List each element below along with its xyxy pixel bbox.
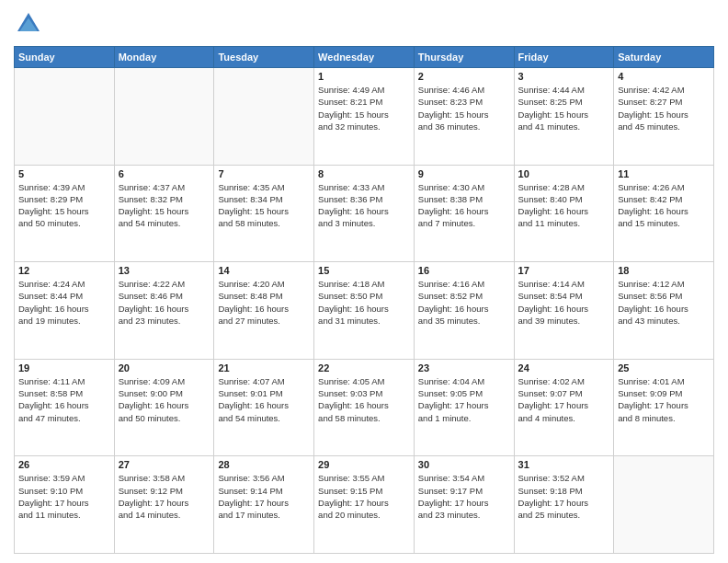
day-info: Sunrise: 4:04 AM Sunset: 9:05 PM Dayligh… [418, 375, 510, 424]
calendar-row: 12Sunrise: 4:24 AM Sunset: 8:44 PM Dayli… [15, 262, 714, 360]
calendar-header-row: SundayMondayTuesdayWednesdayThursdayFrid… [15, 47, 714, 68]
day-info: Sunrise: 3:54 AM Sunset: 9:17 PM Dayligh… [418, 472, 510, 521]
calendar-cell [214, 68, 314, 166]
calendar-cell: 5Sunrise: 4:39 AM Sunset: 8:29 PM Daylig… [15, 165, 115, 262]
day-number: 8 [318, 168, 410, 179]
day-number: 24 [518, 362, 610, 373]
calendar-cell: 13Sunrise: 4:22 AM Sunset: 8:46 PM Dayli… [114, 262, 214, 360]
day-info: Sunrise: 4:26 AM Sunset: 8:42 PM Dayligh… [618, 181, 710, 230]
day-number: 10 [518, 168, 610, 179]
day-info: Sunrise: 4:20 AM Sunset: 8:48 PM Dayligh… [218, 278, 310, 327]
calendar-cell [114, 68, 214, 166]
calendar-cell: 1Sunrise: 4:49 AM Sunset: 8:21 PM Daylig… [314, 68, 415, 166]
calendar-cell: 24Sunrise: 4:02 AM Sunset: 9:07 PM Dayli… [514, 359, 614, 456]
day-info: Sunrise: 4:35 AM Sunset: 8:34 PM Dayligh… [218, 181, 310, 230]
day-info: Sunrise: 4:39 AM Sunset: 8:29 PM Dayligh… [18, 181, 110, 230]
weekday-header: Sunday [15, 47, 115, 68]
day-info: Sunrise: 4:01 AM Sunset: 9:09 PM Dayligh… [618, 375, 710, 424]
day-info: Sunrise: 4:33 AM Sunset: 8:36 PM Dayligh… [318, 181, 410, 230]
calendar-cell [15, 68, 115, 166]
calendar-cell: 29Sunrise: 3:55 AM Sunset: 9:15 PM Dayli… [314, 456, 415, 554]
day-number: 16 [418, 265, 510, 276]
day-number: 29 [318, 459, 410, 470]
calendar-cell: 25Sunrise: 4:01 AM Sunset: 9:09 PM Dayli… [614, 359, 714, 456]
calendar-cell: 10Sunrise: 4:28 AM Sunset: 8:40 PM Dayli… [514, 165, 614, 262]
calendar-cell: 4Sunrise: 4:42 AM Sunset: 8:27 PM Daylig… [614, 68, 714, 166]
day-info: Sunrise: 4:22 AM Sunset: 8:46 PM Dayligh… [119, 278, 210, 327]
day-number: 20 [119, 362, 210, 373]
calendar-cell: 14Sunrise: 4:20 AM Sunset: 8:48 PM Dayli… [214, 262, 314, 360]
day-info: Sunrise: 4:12 AM Sunset: 8:56 PM Dayligh… [618, 278, 710, 327]
day-number: 15 [318, 265, 410, 276]
day-info: Sunrise: 4:37 AM Sunset: 8:32 PM Dayligh… [119, 181, 210, 230]
day-info: Sunrise: 4:16 AM Sunset: 8:52 PM Dayligh… [418, 278, 510, 327]
calendar-cell: 9Sunrise: 4:30 AM Sunset: 8:38 PM Daylig… [414, 165, 514, 262]
day-info: Sunrise: 4:30 AM Sunset: 8:38 PM Dayligh… [418, 181, 510, 230]
day-info: Sunrise: 3:55 AM Sunset: 9:15 PM Dayligh… [318, 472, 410, 521]
day-number: 2 [418, 71, 510, 82]
weekday-header: Monday [114, 47, 214, 68]
day-info: Sunrise: 4:18 AM Sunset: 8:50 PM Dayligh… [318, 278, 410, 327]
day-number: 31 [518, 459, 610, 470]
calendar-cell: 26Sunrise: 3:59 AM Sunset: 9:10 PM Dayli… [15, 456, 115, 554]
calendar-cell: 21Sunrise: 4:07 AM Sunset: 9:01 PM Dayli… [214, 359, 314, 456]
calendar-cell: 17Sunrise: 4:14 AM Sunset: 8:54 PM Dayli… [514, 262, 614, 360]
calendar-cell [614, 456, 714, 554]
calendar-row: 19Sunrise: 4:11 AM Sunset: 8:58 PM Dayli… [15, 359, 714, 456]
calendar-table: SundayMondayTuesdayWednesdayThursdayFrid… [14, 46, 714, 554]
calendar-cell: 3Sunrise: 4:44 AM Sunset: 8:25 PM Daylig… [514, 68, 614, 166]
day-number: 13 [119, 265, 210, 276]
calendar-cell: 22Sunrise: 4:05 AM Sunset: 9:03 PM Dayli… [314, 359, 415, 456]
day-info: Sunrise: 4:46 AM Sunset: 8:23 PM Dayligh… [418, 84, 510, 132]
day-info: Sunrise: 4:49 AM Sunset: 8:21 PM Dayligh… [318, 84, 410, 132]
calendar-cell: 23Sunrise: 4:04 AM Sunset: 9:05 PM Dayli… [414, 359, 514, 456]
calendar-cell: 19Sunrise: 4:11 AM Sunset: 8:58 PM Dayli… [15, 359, 115, 456]
day-number: 1 [318, 71, 410, 82]
calendar-cell: 16Sunrise: 4:16 AM Sunset: 8:52 PM Dayli… [414, 262, 514, 360]
day-number: 17 [518, 265, 610, 276]
weekday-header: Friday [514, 47, 614, 68]
page: SundayMondayTuesdayWednesdayThursdayFrid… [0, 0, 728, 563]
calendar-cell: 6Sunrise: 4:37 AM Sunset: 8:32 PM Daylig… [114, 165, 214, 262]
calendar-cell: 12Sunrise: 4:24 AM Sunset: 8:44 PM Dayli… [15, 262, 115, 360]
day-number: 14 [218, 265, 310, 276]
day-number: 18 [618, 265, 710, 276]
day-info: Sunrise: 4:24 AM Sunset: 8:44 PM Dayligh… [18, 278, 110, 327]
day-info: Sunrise: 4:07 AM Sunset: 9:01 PM Dayligh… [218, 375, 310, 424]
calendar-cell: 27Sunrise: 3:58 AM Sunset: 9:12 PM Dayli… [114, 456, 214, 554]
day-info: Sunrise: 3:59 AM Sunset: 9:10 PM Dayligh… [18, 472, 110, 521]
calendar-cell: 28Sunrise: 3:56 AM Sunset: 9:14 PM Dayli… [214, 456, 314, 554]
calendar-row: 5Sunrise: 4:39 AM Sunset: 8:29 PM Daylig… [15, 165, 714, 262]
day-info: Sunrise: 3:52 AM Sunset: 9:18 PM Dayligh… [518, 472, 610, 521]
day-info: Sunrise: 4:44 AM Sunset: 8:25 PM Dayligh… [518, 84, 610, 132]
day-info: Sunrise: 3:56 AM Sunset: 9:14 PM Dayligh… [218, 472, 310, 521]
header [14, 9, 714, 39]
day-number: 3 [518, 71, 610, 82]
calendar-cell: 31Sunrise: 3:52 AM Sunset: 9:18 PM Dayli… [514, 456, 614, 554]
calendar-cell: 8Sunrise: 4:33 AM Sunset: 8:36 PM Daylig… [314, 165, 415, 262]
day-number: 30 [418, 459, 510, 470]
day-number: 19 [18, 362, 110, 373]
day-number: 9 [418, 168, 510, 179]
calendar-cell: 15Sunrise: 4:18 AM Sunset: 8:50 PM Dayli… [314, 262, 415, 360]
day-number: 23 [418, 362, 510, 373]
calendar-cell: 20Sunrise: 4:09 AM Sunset: 9:00 PM Dayli… [114, 359, 214, 456]
weekday-header: Tuesday [214, 47, 314, 68]
day-number: 21 [218, 362, 310, 373]
calendar-cell: 30Sunrise: 3:54 AM Sunset: 9:17 PM Dayli… [414, 456, 514, 554]
day-info: Sunrise: 4:11 AM Sunset: 8:58 PM Dayligh… [18, 375, 110, 424]
day-number: 7 [218, 168, 310, 179]
day-info: Sunrise: 4:05 AM Sunset: 9:03 PM Dayligh… [318, 375, 410, 424]
calendar-cell: 7Sunrise: 4:35 AM Sunset: 8:34 PM Daylig… [214, 165, 314, 262]
day-number: 25 [618, 362, 710, 373]
day-number: 4 [618, 71, 710, 82]
day-number: 11 [618, 168, 710, 179]
weekday-header: Wednesday [314, 47, 415, 68]
day-info: Sunrise: 4:42 AM Sunset: 8:27 PM Dayligh… [618, 84, 710, 132]
day-number: 26 [18, 459, 110, 470]
day-number: 28 [218, 459, 310, 470]
day-info: Sunrise: 4:28 AM Sunset: 8:40 PM Dayligh… [518, 181, 610, 230]
day-info: Sunrise: 4:02 AM Sunset: 9:07 PM Dayligh… [518, 375, 610, 424]
weekday-header: Thursday [414, 47, 514, 68]
day-info: Sunrise: 3:58 AM Sunset: 9:12 PM Dayligh… [119, 472, 210, 521]
